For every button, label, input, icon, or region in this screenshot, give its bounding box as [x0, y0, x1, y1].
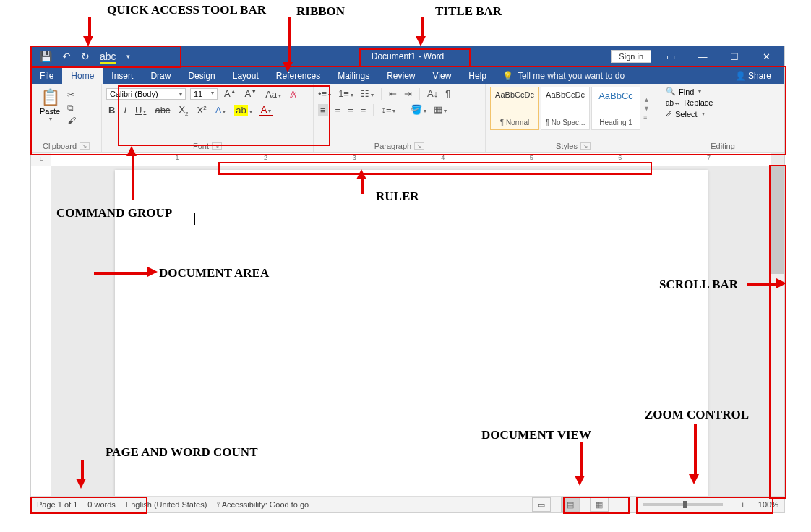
scrollbar-thumb[interactable]: [771, 166, 784, 274]
status-bar: Page 1 of 1 0 words English (United Stat…: [31, 496, 784, 512]
paste-button[interactable]: 📋 Paste ▾: [35, 88, 64, 126]
styles-expand-icon[interactable]: ≡: [643, 113, 650, 121]
clipboard-label: Clipboard: [43, 142, 77, 150]
tab-draw[interactable]: Draw: [142, 68, 179, 84]
search-icon: 🔍: [666, 87, 676, 96]
font-name-dropdown[interactable]: Calibri (Body)▾: [106, 88, 186, 100]
bullets-icon[interactable]: •≡▾: [318, 88, 331, 100]
align-right-icon[interactable]: ≡: [348, 104, 353, 116]
tab-file[interactable]: File: [31, 68, 62, 84]
decrease-indent-icon[interactable]: ⇤: [389, 88, 397, 100]
qat-customize-icon[interactable]: ▾: [126, 53, 130, 60]
word-count[interactable]: 0 words: [87, 500, 116, 509]
underline-button[interactable]: U▾: [133, 105, 148, 116]
ribbon-options-icon[interactable]: ▭: [658, 51, 683, 62]
read-mode-icon[interactable]: ▭: [532, 497, 551, 512]
replace-icon: ab↔: [666, 99, 681, 107]
group-paragraph: •≡▾ 1≡▾ ☷▾ ⇤ ⇥ A↓ ¶ ≡ ≡ ≡ ≡ ↕≡▾: [314, 84, 486, 152]
language-status[interactable]: English (United States): [126, 500, 207, 509]
cut-icon[interactable]: ✂: [67, 90, 76, 100]
tell-me-search[interactable]: 💡Tell me what you want to do: [495, 68, 632, 84]
tab-review[interactable]: Review: [378, 68, 424, 84]
font-dialog-launcher-icon[interactable]: ↘: [212, 142, 222, 150]
clipboard-icon: 📋: [40, 88, 60, 107]
tab-references[interactable]: References: [267, 68, 329, 84]
format-painter-icon[interactable]: 🖌: [67, 116, 76, 126]
tab-home[interactable]: Home: [62, 68, 103, 84]
undo-icon[interactable]: ↶: [62, 51, 71, 62]
zoom-slider-thumb[interactable]: [683, 501, 687, 508]
styles-scroll-down-icon[interactable]: ▼: [643, 105, 650, 112]
share-button[interactable]: 👤 Share: [729, 68, 777, 84]
sort-icon[interactable]: A↓: [427, 88, 438, 100]
title-controls: Sign in ▭ ― ☐ ✕: [611, 46, 784, 66]
accessibility-status[interactable]: ⟟ Accessibility: Good to go: [217, 500, 309, 510]
annotation-qat: QUICK ACCESS TOOL BAR: [107, 3, 266, 17]
align-center-icon[interactable]: ≡: [335, 104, 341, 116]
print-layout-icon[interactable]: ▤: [561, 497, 580, 512]
font-color-icon[interactable]: A▾: [259, 104, 274, 116]
shading-icon[interactable]: 🪣▾: [411, 104, 426, 116]
vertical-ruler[interactable]: [31, 166, 52, 496]
font-size-dropdown[interactable]: 11▾: [190, 88, 218, 100]
find-button[interactable]: 🔍Find▾: [666, 87, 780, 96]
title-bar: 💾 ↶ ↻ abc ▾ Document1 - Word Sign in ▭ ―…: [31, 46, 784, 66]
page-count[interactable]: Page 1 of 1: [37, 500, 77, 509]
zoom-level[interactable]: 100%: [758, 500, 778, 509]
shrink-font-icon[interactable]: A▼: [243, 88, 259, 99]
highlight-icon[interactable]: ab▾: [232, 105, 254, 116]
tab-view[interactable]: View: [424, 68, 460, 84]
line-spacing-icon[interactable]: ↕≡▾: [381, 104, 395, 116]
annotation-document-view: DOCUMENT VIEW: [481, 428, 591, 442]
spellcheck-icon[interactable]: abc: [100, 51, 116, 62]
bold-button[interactable]: B: [106, 105, 117, 116]
tab-design[interactable]: Design: [179, 68, 223, 84]
replace-button[interactable]: ab↔Replace: [666, 98, 780, 107]
redo-icon[interactable]: ↻: [81, 51, 90, 62]
style-heading-1[interactable]: AaBbCcHeading 1: [591, 87, 640, 130]
group-clipboard: 📋 Paste ▾ ✂ ⧉ 🖌 Clipboard↘: [31, 84, 102, 152]
tab-insert[interactable]: Insert: [103, 68, 142, 84]
tab-mailings[interactable]: Mailings: [329, 68, 378, 84]
minimize-icon[interactable]: ―: [690, 51, 715, 62]
subscript-button[interactable]: X2: [176, 104, 190, 117]
save-icon[interactable]: 💾: [40, 51, 52, 62]
show-marks-icon[interactable]: ¶: [445, 88, 450, 100]
increase-indent-icon[interactable]: ⇥: [404, 88, 412, 100]
superscript-button[interactable]: X2: [195, 105, 209, 116]
maximize-icon[interactable]: ☐: [722, 51, 747, 62]
horizontal-ruler[interactable]: · · · ·1· · · ·2· · · ·3· · · ·4· · · ·5…: [51, 153, 771, 166]
bulb-icon: 💡: [502, 71, 513, 81]
zoom-slider[interactable]: [643, 503, 723, 506]
clipboard-dialog-launcher-icon[interactable]: ↘: [80, 142, 90, 150]
text-cursor: [194, 213, 195, 225]
strikethrough-button[interactable]: abc: [153, 105, 172, 116]
select-button[interactable]: ⬀Select▾: [666, 109, 780, 119]
borders-icon[interactable]: ▦▾: [434, 104, 447, 116]
web-layout-icon[interactable]: ▦: [590, 497, 609, 512]
paragraph-dialog-launcher-icon[interactable]: ↘: [414, 142, 424, 150]
annotation-command-group: COMMAND GROUP: [56, 206, 172, 220]
multilevel-list-icon[interactable]: ☷▾: [361, 88, 374, 100]
tab-layout[interactable]: Layout: [224, 68, 267, 84]
zoom-out-icon[interactable]: −: [619, 500, 629, 509]
vertical-scrollbar[interactable]: [771, 166, 784, 496]
grow-font-icon[interactable]: A▲: [222, 88, 239, 99]
close-icon[interactable]: ✕: [754, 51, 778, 62]
align-left-icon[interactable]: ≡: [318, 104, 328, 116]
change-case-icon[interactable]: Aa▾: [263, 89, 283, 100]
style-no-spacing[interactable]: AaBbCcDc¶ No Spac...: [541, 87, 590, 130]
justify-icon[interactable]: ≡: [361, 104, 366, 116]
text-effects-icon[interactable]: A▾: [213, 105, 228, 116]
numbering-icon[interactable]: 1≡▾: [338, 88, 353, 100]
sign-in-button[interactable]: Sign in: [611, 50, 651, 63]
clear-formatting-icon[interactable]: A̷: [288, 89, 299, 100]
tab-help[interactable]: Help: [460, 68, 495, 84]
styles-dialog-launcher-icon[interactable]: ↘: [580, 142, 591, 150]
style-normal[interactable]: AaBbCcDc¶ Normal: [490, 87, 539, 130]
styles-scroll-up-icon[interactable]: ▲: [643, 96, 650, 103]
copy-icon[interactable]: ⧉: [67, 103, 76, 113]
italic-button[interactable]: I: [121, 105, 129, 116]
zoom-in-icon[interactable]: +: [737, 500, 747, 509]
ribbon-tabs: File Home Insert Draw Design Layout Refe…: [31, 66, 784, 84]
